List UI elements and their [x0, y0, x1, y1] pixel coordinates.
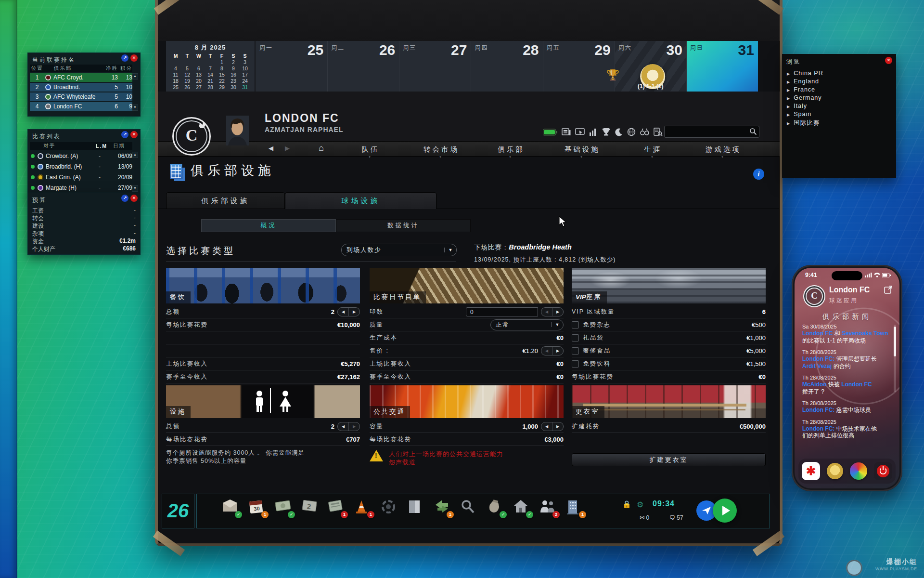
nav-tab-squad[interactable]: 队伍 — [362, 145, 380, 154]
matchtype-dropdown[interactable]: 到场人数少 ▼ — [341, 244, 457, 256]
home-icon[interactable]: ⌂ — [319, 143, 324, 153]
browse-item-germany[interactable]: Germany — [787, 94, 822, 101]
search-input[interactable] — [665, 126, 759, 137]
chat-count[interactable]: 🗨 57 — [669, 514, 683, 521]
stadium-home-icon[interactable]: ✓ — [513, 499, 531, 519]
expand-dressing-room-button[interactable]: 扩建更衣室 — [572, 453, 766, 466]
checkbox[interactable] — [572, 360, 579, 368]
search-box[interactable] — [664, 126, 759, 138]
info-icon[interactable]: i — [753, 169, 764, 180]
browse-item-france[interactable]: France — [787, 86, 815, 93]
quantity-stepper[interactable]: ◀▶ — [541, 307, 564, 316]
scroll-up-icon[interactable]: ▲ — [132, 152, 138, 158]
nav-tab-game-options[interactable]: 游戏选项 — [706, 145, 741, 154]
day-cell[interactable]: 周四28 — [471, 41, 542, 92]
browse-item-england[interactable]: England — [787, 78, 819, 85]
finances-icon[interactable]: ✓ — [275, 499, 293, 519]
list-item[interactable]: Crowbor. (A) - 06/09 — [30, 152, 132, 160]
day-cell-match[interactable]: 周六30 🏆 (1) 1-1 (1) — [615, 41, 686, 92]
scouting-icon[interactable] — [460, 499, 478, 519]
news-icon[interactable] — [562, 128, 571, 136]
news-item[interactable]: Sa 30/08/2025 London FC 和 Sevenoaks Town… — [802, 324, 889, 344]
scroll-down-icon[interactable]: ▼ — [132, 185, 138, 192]
table-row[interactable]: 3 AFC Whyteleafe 5 10 — [30, 92, 132, 101]
list-item[interactable]: Margate (H) - 27/09 — [30, 184, 132, 192]
list-item[interactable]: Broadbrid. (H) - 13/09 — [30, 162, 132, 171]
club-vision-icon[interactable] — [381, 499, 399, 519]
checkbox[interactable] — [572, 347, 579, 355]
browse-item-italy[interactable]: Italy — [787, 103, 807, 109]
continue-button[interactable] — [713, 499, 737, 523]
news-item[interactable]: Th 28/08/2025 London FC: 管理层想要延长 Ardit V… — [802, 349, 889, 369]
back-icon[interactable]: ◀ — [269, 144, 273, 152]
phone-scrollbar-thumb[interactable] — [894, 327, 896, 356]
day-cell-today[interactable]: 周日31 — [686, 41, 758, 92]
close-icon[interactable]: ✕ — [130, 195, 138, 202]
list-item[interactable]: East Grin. (A) - 20/09 — [30, 173, 132, 182]
checkbox[interactable] — [572, 321, 579, 328]
report-search-icon[interactable] — [654, 128, 663, 136]
competitions-trophy-icon[interactable] — [602, 128, 610, 136]
chevron-down-icon[interactable]: ▼ — [444, 248, 456, 252]
browse-item-spain[interactable]: Spain — [787, 111, 811, 118]
schedule-icon[interactable]: 30 1 — [248, 499, 267, 519]
open-external-icon[interactable] — [884, 285, 893, 296]
app-icon-n[interactable]: ✱ — [802, 462, 820, 480]
close-icon[interactable]: ✕ — [885, 57, 892, 64]
budget-icon[interactable]: 1 — [328, 499, 346, 519]
quality-dropdown[interactable]: 正常 ▼ — [490, 319, 564, 330]
transfers-icon[interactable]: 1 — [434, 499, 452, 519]
browse-item-international[interactable]: 国际比赛 — [787, 119, 820, 127]
manager-energy-icon[interactable] — [543, 129, 557, 136]
day-cell[interactable]: 周五29 — [543, 41, 615, 92]
forward-icon[interactable]: ▶ — [285, 144, 290, 152]
print-count-input[interactable]: 0 — [466, 307, 538, 316]
gear-icon[interactable]: ⚙ — [637, 500, 643, 509]
quantity-stepper[interactable]: ◀▶ — [541, 346, 564, 355]
stats-icon[interactable] — [589, 128, 598, 136]
night-mode-icon[interactable] — [615, 128, 623, 136]
training-cone-icon[interactable]: 1 — [354, 499, 372, 519]
close-icon[interactable]: ✕ — [130, 54, 138, 62]
day-cell[interactable]: 周三27 — [399, 41, 471, 92]
nav-tab-transfers[interactable]: 转会市场 — [424, 145, 459, 154]
nav-tab-career[interactable]: 生涯 — [644, 145, 662, 154]
quantity-stepper[interactable]: ◀▶ — [541, 422, 564, 431]
checkbox[interactable] — [572, 334, 579, 342]
income-icon[interactable]: ✓ — [487, 499, 505, 519]
table-row[interactable]: 4 London FC 6 9 — [30, 102, 132, 111]
subtab-stats[interactable]: 数据统计 — [336, 219, 471, 232]
nav-tab-club[interactable]: 俱乐部 — [498, 145, 525, 154]
scroll-down-icon[interactable]: ▼ — [132, 105, 138, 111]
news-item[interactable]: Th 28/08/2025 McAidoo 快被 London FC 撵开了 ? — [802, 375, 889, 395]
staff-people-icon[interactable]: 2 — [539, 499, 558, 519]
world-icon[interactable] — [627, 128, 636, 136]
table-row[interactable]: 2 Broadbrid. 5 10 — [30, 83, 132, 92]
news-item[interactable]: Th 28/08/2025 London FC: 中场技术家在他 们的列单上排位… — [802, 419, 889, 439]
close-icon[interactable]: ✕ — [130, 131, 138, 138]
scroll-up-icon[interactable]: ▲ — [132, 73, 138, 79]
wages-icon[interactable]: 2 — [301, 499, 320, 519]
documents-icon[interactable] — [407, 499, 425, 519]
popout-icon[interactable]: ↗ — [121, 54, 128, 62]
tab-club-facilities[interactable]: 俱乐部设施 — [166, 192, 285, 209]
scouting-binoculars-icon[interactable] — [640, 128, 649, 136]
medal-app-icon[interactable] — [827, 463, 843, 479]
subtab-overview[interactable]: 概况 — [201, 219, 336, 232]
mail-count[interactable]: ✉ 0 — [640, 514, 649, 521]
quantity-stepper[interactable]: ◀▶ — [337, 307, 360, 316]
popout-icon[interactable]: ↗ — [121, 195, 128, 202]
day-cell[interactable]: 周二26 — [327, 41, 399, 92]
tab-stadium-facilities[interactable]: 球场设施 — [285, 192, 436, 209]
mini-calendar[interactable]: 8 月 2025 MTWTFSS 123 45678910 1112131415… — [166, 41, 255, 92]
power-app-icon[interactable] — [874, 462, 892, 480]
quantity-stepper[interactable]: ◀▶ — [337, 422, 360, 431]
display-icon[interactable] — [575, 128, 585, 136]
browse-item-china[interactable]: China PR — [787, 70, 823, 77]
color-wheel-app-icon[interactable] — [850, 462, 867, 480]
club-building-icon[interactable]: 1 — [566, 499, 584, 519]
news-item[interactable]: Th 28/08/2025 London FC: 急需中场球员 — [802, 400, 889, 414]
day-cell[interactable]: 周一25 — [256, 41, 327, 92]
inbox-icon[interactable]: ✓ — [222, 499, 240, 519]
table-row[interactable]: 1 AFC Croyd. 13 13 — [30, 73, 132, 82]
